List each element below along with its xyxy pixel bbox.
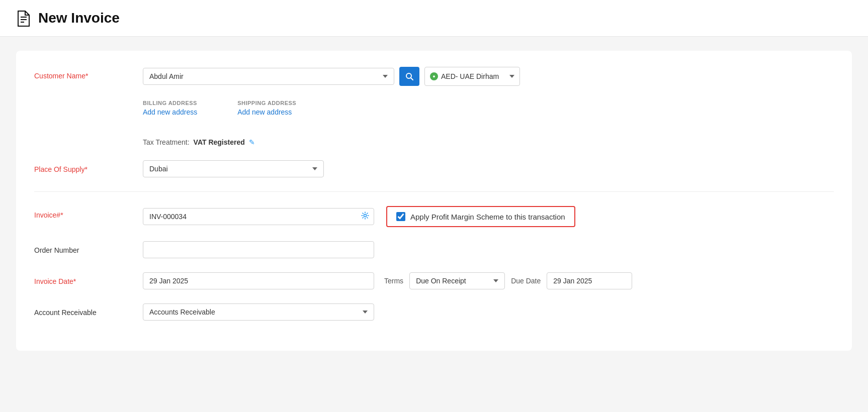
order-number-controls xyxy=(143,241,834,258)
currency-selector[interactable]: ● AED- UAE Dirham xyxy=(424,67,520,86)
main-content: Customer Name* Abdul Amir ● AED- UAE xyxy=(0,37,868,365)
section-divider xyxy=(34,191,834,192)
billing-address-label: BILLING ADDRESS xyxy=(143,100,197,106)
terms-select[interactable]: Due On Receipt xyxy=(409,272,505,289)
invoice-number-input-wrapper xyxy=(143,208,374,225)
due-date-input[interactable] xyxy=(547,272,632,289)
billing-add-address-link[interactable]: Add new address xyxy=(143,108,197,116)
new-invoice-icon xyxy=(14,9,32,27)
invoice-number-input[interactable] xyxy=(143,208,374,225)
due-date-label: Due Date xyxy=(511,277,541,285)
search-icon xyxy=(405,72,413,80)
profit-margin-label: Apply Profit Margin Scheme to this trans… xyxy=(410,213,565,221)
invoice-date-row: Invoice Date* Terms Due On Receipt Due D… xyxy=(34,272,834,289)
invoice-number-controls: Apply Profit Margin Scheme to this trans… xyxy=(143,206,834,227)
tax-treatment-display: Tax Treatment: VAT Registered ✎ xyxy=(143,138,255,146)
shipping-add-address-link[interactable]: Add new address xyxy=(237,108,296,116)
address-section: BILLING ADDRESS Add new address SHIPPING… xyxy=(143,100,296,116)
place-of-supply-controls: Dubai xyxy=(143,160,834,177)
page-header: New Invoice xyxy=(0,0,868,37)
tax-treatment-controls: Tax Treatment: VAT Registered ✎ xyxy=(143,138,834,146)
place-of-supply-select[interactable]: Dubai xyxy=(143,160,324,177)
account-receivable-row: Account Receivable Accounts Receivable xyxy=(34,303,834,321)
svg-point-5 xyxy=(364,215,367,217)
currency-icon: ● xyxy=(430,72,438,80)
address-controls: BILLING ADDRESS Add new address SHIPPING… xyxy=(143,100,834,124)
invoice-date-label: Invoice Date* xyxy=(34,272,135,285)
profit-margin-scheme-box[interactable]: Apply Profit Margin Scheme to this trans… xyxy=(386,206,575,227)
invoice-date-controls: Terms Due On Receipt Due Date xyxy=(143,272,834,289)
order-number-label: Order Number xyxy=(34,241,135,254)
tax-treatment-label: Tax Treatment: xyxy=(143,138,190,146)
account-receivable-select[interactable]: Accounts Receivable xyxy=(143,303,374,321)
address-spacer xyxy=(34,100,135,105)
invoice-form: Customer Name* Abdul Amir ● AED- UAE xyxy=(16,51,852,351)
customer-name-label: Customer Name* xyxy=(34,67,135,80)
chevron-down-icon xyxy=(509,75,514,78)
account-receivable-label: Account Receivable xyxy=(34,303,135,317)
invoice-number-row: Invoice#* Apply Profit Margin Scheme to … xyxy=(34,206,834,227)
customer-name-input-group: Abdul Amir ● AED- UAE Dirham xyxy=(143,67,520,86)
invoice-date-input[interactable] xyxy=(143,272,374,289)
tax-treatment-row: Tax Treatment: VAT Registered ✎ xyxy=(34,138,834,146)
billing-address-block: BILLING ADDRESS Add new address xyxy=(143,100,197,116)
svg-line-4 xyxy=(411,78,413,80)
terms-row: Terms Due On Receipt Due Date xyxy=(384,272,632,289)
tax-treatment-spacer xyxy=(34,138,135,143)
tax-treatment-edit-icon[interactable]: ✎ xyxy=(249,138,255,146)
gear-icon xyxy=(361,212,369,220)
tax-treatment-value: VAT Registered xyxy=(194,138,245,146)
customer-search-button[interactable] xyxy=(399,67,419,86)
customer-name-row: Customer Name* Abdul Amir ● AED- UAE xyxy=(34,67,834,86)
currency-label: AED- UAE Dirham xyxy=(441,72,506,80)
customer-name-select[interactable]: Abdul Amir xyxy=(143,68,394,85)
terms-label: Terms xyxy=(384,277,403,285)
order-number-input[interactable] xyxy=(143,241,374,258)
place-of-supply-row: Place Of Supply* Dubai xyxy=(34,160,834,177)
shipping-address-label: SHIPPING ADDRESS xyxy=(237,100,296,106)
invoice-settings-button[interactable] xyxy=(361,212,369,222)
profit-margin-checkbox[interactable] xyxy=(396,212,405,221)
place-of-supply-label: Place Of Supply* xyxy=(34,160,135,173)
invoice-number-label: Invoice#* xyxy=(34,206,135,219)
shipping-address-block: SHIPPING ADDRESS Add new address xyxy=(237,100,296,116)
address-row: BILLING ADDRESS Add new address SHIPPING… xyxy=(34,100,834,124)
page-title: New Invoice xyxy=(38,10,120,26)
customer-name-controls: Abdul Amir ● AED- UAE Dirham xyxy=(143,67,834,86)
account-receivable-controls: Accounts Receivable xyxy=(143,303,834,321)
order-number-row: Order Number xyxy=(34,241,834,258)
